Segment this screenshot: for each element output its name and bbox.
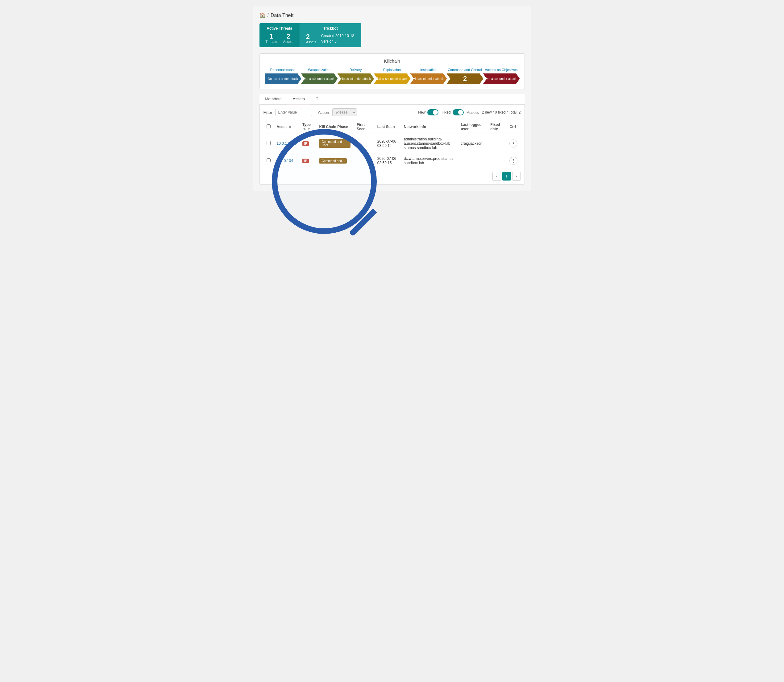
row2-killchain-badge: Command and... bbox=[319, 158, 347, 164]
killchain-arrow-actions-text: No asset under attack bbox=[486, 77, 516, 81]
asset-sort-icon[interactable]: ⇅ bbox=[289, 126, 291, 129]
active-threats-card[interactable]: Active Threats 1 Threats 2 Assets bbox=[260, 23, 300, 47]
assets-summary: 2 new / 0 fixed / Total: 2 bbox=[482, 110, 521, 115]
home-icon[interactable]: 🏠 bbox=[260, 12, 266, 18]
row1-ctrl-btn[interactable]: ⋮ bbox=[509, 140, 518, 148]
row2-ctrl-btn[interactable]: ⋮ bbox=[509, 157, 518, 165]
killchain-arrow-install-text: No asset under attack bbox=[413, 77, 443, 81]
active-threats-title: Active Threats bbox=[266, 26, 293, 30]
col-lastseen-label: Last Seen bbox=[377, 125, 395, 129]
killchain-arrow-delivery[interactable]: No asset under attack bbox=[338, 73, 374, 84]
table-row: 10.10.104 IP Command and... 2020-07-0603… bbox=[263, 153, 521, 169]
row2-asset: 10.10.104 bbox=[274, 153, 299, 169]
assets-label: Assets bbox=[283, 40, 293, 43]
trickbot-created: Created 2019-10-18 bbox=[321, 33, 354, 38]
trickbot-version: Version 3 bbox=[321, 38, 354, 44]
breadcrumb-separator: / bbox=[268, 13, 269, 18]
table-row: 10.0.170.10 IP Command and Cont... 2020-… bbox=[263, 134, 521, 153]
killchain-arrow-recon-text: No asset under attack bbox=[268, 77, 298, 81]
action-select[interactable]: Please bbox=[332, 108, 357, 116]
col-header-netinfo: Network Info bbox=[401, 120, 458, 134]
row1-ctrl: ⋮ bbox=[506, 134, 521, 153]
breadcrumb-current-page: Data Theft bbox=[271, 13, 293, 18]
row1-killchain: Command and Cont... bbox=[316, 134, 353, 153]
filter-input[interactable] bbox=[275, 108, 312, 116]
col-header-lastseen: Last Seen bbox=[374, 120, 401, 134]
magnify-handle bbox=[349, 209, 377, 237]
killchain-arrow-delivery-text: No asset under attack bbox=[341, 77, 371, 81]
page-1-btn[interactable]: 1 bbox=[502, 172, 511, 180]
killchain-arrow-exploit-text: No asset under attack bbox=[377, 77, 407, 81]
col-lastuser-label: Last logged user bbox=[461, 123, 482, 131]
killchain-arrow-exploit[interactable]: No asset under attack bbox=[374, 73, 411, 84]
killchain-arrow-c2[interactable]: 2 bbox=[447, 73, 483, 84]
row2-lastuser bbox=[458, 153, 488, 169]
trickbot-assets-count: 2 bbox=[306, 33, 316, 40]
tab-third[interactable]: T... bbox=[311, 94, 327, 104]
killchain-arrow-install[interactable]: No asset under attack bbox=[410, 73, 447, 84]
killchain-arrow-recon[interactable]: No asset under attack bbox=[265, 73, 301, 84]
col-header-killchain: Kill Chain Phase bbox=[316, 120, 353, 134]
col-ctrl-label: Ctrl bbox=[509, 125, 516, 129]
killchain-arrow-c2-count: 2 bbox=[463, 75, 467, 83]
new-toggle-label: New bbox=[418, 110, 425, 115]
killchain-label-c2: Command and Control bbox=[447, 68, 483, 72]
prev-page-btn[interactable]: ‹ bbox=[492, 172, 501, 180]
col-header-fixeddate: Fixed date bbox=[487, 120, 506, 134]
row1-checkbox[interactable] bbox=[266, 141, 271, 145]
col-asset-label: Asset bbox=[277, 125, 287, 129]
col-header-lastuser: Last logged user bbox=[458, 120, 488, 134]
tabs-bar: Metadata Assets T... bbox=[260, 94, 525, 105]
killchain-arrow-actions[interactable]: No asset under attack bbox=[483, 73, 520, 84]
threat-cards: Active Threats 1 Threats 2 Assets Trickb… bbox=[260, 23, 525, 47]
killchain-arrow-weapon[interactable]: No asset under attack bbox=[301, 73, 338, 84]
row1-asset-link[interactable]: 10.0.170.10 bbox=[277, 141, 296, 146]
type-sort-icon[interactable]: ⇅ bbox=[303, 128, 306, 131]
row2-asset-link[interactable]: 10.10.104 bbox=[277, 159, 293, 163]
trickbot-title: Trickbot bbox=[306, 26, 355, 30]
killchain-label-delivery: Delivery bbox=[338, 68, 374, 72]
killchain-labels: Reconnaissance Weaponization Delivery Ex… bbox=[265, 68, 519, 72]
tab-metadata[interactable]: Metadata bbox=[260, 94, 287, 104]
killchain-label-install: Installation bbox=[410, 68, 447, 72]
row2-type: IP bbox=[299, 153, 316, 169]
row2-fixeddate bbox=[487, 153, 506, 169]
row2-lastseen: 2020-07-0603:59:15 bbox=[374, 153, 401, 169]
col-header-type: Type ⇅ ▼ bbox=[299, 120, 316, 134]
trickbot-assets-label: Assets bbox=[306, 40, 316, 44]
filter-label: Filter bbox=[263, 110, 272, 115]
row1-firstseen bbox=[354, 134, 374, 153]
assets-summary-label: Assets bbox=[467, 110, 479, 115]
col-fixeddate-label: Fixed date bbox=[490, 123, 500, 131]
action-label: Action bbox=[318, 110, 329, 115]
row2-checkbox[interactable] bbox=[266, 158, 271, 163]
row2-firstseen bbox=[354, 153, 374, 169]
threats-label: Threats bbox=[266, 40, 277, 43]
row2-netinfo: dc.wfarm.servers.prod.stamus-sandbox-lab bbox=[401, 153, 458, 169]
fixed-toggle[interactable] bbox=[453, 109, 464, 115]
table-section: Filter Action Please New Fixed Assets 2 … bbox=[260, 105, 525, 185]
tab-assets[interactable]: Assets bbox=[287, 94, 311, 104]
select-all-checkbox[interactable] bbox=[266, 124, 271, 128]
col-killchain-label: Kill Chain Phase bbox=[319, 125, 348, 129]
new-toggle-group: New bbox=[418, 109, 438, 115]
killchain-label-recon: Reconnaissance bbox=[265, 68, 301, 72]
row2-type-badge: IP bbox=[302, 159, 309, 163]
row2-ctrl: ⋮ bbox=[506, 153, 521, 169]
row2-killchain: Command and... bbox=[316, 153, 353, 169]
killchain-section: Killchain Reconnaissance Weaponization D… bbox=[260, 53, 525, 89]
next-page-btn[interactable]: › bbox=[512, 172, 521, 180]
trickbot-card[interactable]: Trickbot 2 Assets Created 2019-10-18 Ver… bbox=[300, 23, 361, 47]
type-filter-icon[interactable]: ▼ bbox=[307, 127, 311, 131]
row1-asset: 10.0.170.10 bbox=[274, 134, 299, 153]
row1-type: IP bbox=[299, 134, 316, 153]
col-type-label: Type bbox=[302, 123, 311, 127]
row1-check bbox=[263, 134, 274, 153]
killchain-arrow-weapon-text: No asset under attack bbox=[304, 77, 334, 81]
col-header-check bbox=[263, 120, 274, 134]
row2-check bbox=[263, 153, 274, 169]
col-header-ctrl: Ctrl bbox=[506, 120, 521, 134]
killchain-label-actions: Actions on Objectives bbox=[483, 68, 519, 72]
new-toggle[interactable] bbox=[427, 109, 438, 115]
row1-fixeddate bbox=[487, 134, 506, 153]
